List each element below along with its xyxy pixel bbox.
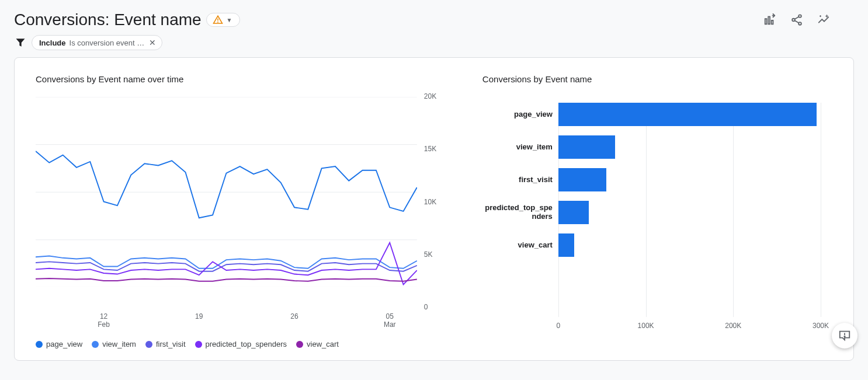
feedback-button[interactable] bbox=[832, 323, 857, 348]
bar-row-page_view[interactable]: page_view bbox=[558, 103, 821, 126]
svg-rect-4 bbox=[772, 20, 773, 24]
line-chart-panel: Conversions by Event name over time 20K1… bbox=[36, 74, 447, 346]
legend-label: first_visit bbox=[156, 340, 186, 348]
x-tick: 19 bbox=[195, 312, 203, 320]
bar-label: page_view bbox=[485, 110, 558, 119]
bar-x-tick: 200K bbox=[725, 322, 741, 330]
filter-chip-text: Is conversion event … bbox=[70, 39, 145, 47]
line-chart-svg bbox=[36, 97, 417, 287]
legend-label: predicted_top_spenders bbox=[206, 340, 287, 348]
warning-triangle-icon bbox=[213, 15, 223, 25]
svg-rect-2 bbox=[765, 19, 767, 24]
bar-rect bbox=[558, 135, 615, 159]
svg-line-9 bbox=[795, 20, 799, 23]
series-view_item bbox=[36, 256, 417, 269]
line-chart-y-axis: 20K15K10K5K0 bbox=[419, 92, 447, 311]
svg-point-1 bbox=[217, 22, 218, 23]
bar-row-first_visit[interactable]: first_visit bbox=[558, 168, 821, 191]
y-tick: 5K bbox=[424, 250, 447, 259]
bar-rect bbox=[558, 168, 606, 191]
legend-item-predicted_top_spenders[interactable]: predicted_top_spenders bbox=[195, 340, 287, 348]
x-tick: 26 bbox=[290, 312, 298, 320]
page-title: Conversions: Event name bbox=[14, 11, 202, 29]
customize-report-icon[interactable] bbox=[763, 13, 777, 27]
line-chart-title: Conversions by Event name over time bbox=[36, 74, 447, 84]
y-tick: 10K bbox=[424, 198, 447, 206]
chevron-down-icon: ▼ bbox=[227, 17, 232, 23]
bar-chart-x-axis: 0100K200K300K bbox=[558, 322, 821, 331]
page: Conversions: Event name ▼ Include Is c bbox=[0, 0, 868, 380]
legend-dot-icon bbox=[36, 341, 43, 348]
bar-x-tick: 300K bbox=[813, 322, 829, 330]
legend-dot-icon bbox=[296, 341, 303, 348]
legend-dot-icon bbox=[195, 341, 202, 348]
page-header: Conversions: Event name ▼ bbox=[0, 0, 868, 33]
x-tick: 05Mar bbox=[384, 312, 396, 329]
line-chart[interactable]: 20K15K10K5K0 12Feb192605Mar page_viewvie… bbox=[36, 97, 447, 346]
bar-row-view_cart[interactable]: view_cart bbox=[558, 233, 821, 257]
bar-chart-panel: Conversions by Event name page_viewview_… bbox=[482, 74, 832, 346]
share-icon[interactable] bbox=[790, 13, 804, 27]
line-chart-legend: page_viewview_itemfirst_visitpredicted_t… bbox=[36, 340, 447, 348]
y-tick: 0 bbox=[424, 303, 447, 311]
legend-item-view_item[interactable]: view_item bbox=[92, 340, 136, 348]
legend-label: page_view bbox=[46, 340, 82, 348]
bar-label: view_cart bbox=[485, 241, 558, 250]
bar-chart[interactable]: page_viewview_itemfirst_visitpredicted_t… bbox=[482, 97, 832, 346]
thresholding-warning-dropdown[interactable]: ▼ bbox=[206, 13, 240, 27]
filter-chip-include[interactable]: Include Is conversion event … ✕ bbox=[32, 35, 162, 50]
bar-label: predicted_top_spenders bbox=[485, 204, 558, 221]
legend-item-view_cart[interactable]: view_cart bbox=[296, 340, 339, 348]
legend-label: view_cart bbox=[307, 340, 339, 348]
bar-label: view_item bbox=[485, 143, 558, 152]
x-tick: 12Feb bbox=[98, 312, 110, 329]
bar-x-tick: 100K bbox=[638, 322, 654, 330]
legend-dot-icon bbox=[92, 341, 99, 348]
legend-item-first_visit[interactable]: first_visit bbox=[145, 340, 186, 348]
bar-gridline bbox=[821, 103, 821, 317]
bar-rect bbox=[558, 201, 589, 224]
report-card: Conversions by Event name over time 20K1… bbox=[14, 57, 854, 361]
close-icon[interactable]: ✕ bbox=[148, 38, 157, 47]
header-actions bbox=[763, 13, 854, 27]
filter-chip-label: Include bbox=[39, 39, 66, 47]
bar-rect bbox=[558, 103, 817, 126]
bar-chart-title: Conversions by Event name bbox=[482, 74, 832, 84]
svg-line-8 bbox=[795, 17, 799, 19]
svg-point-16 bbox=[844, 336, 845, 337]
legend-item-page_view[interactable]: page_view bbox=[36, 340, 82, 348]
y-tick: 20K bbox=[424, 92, 447, 100]
legend-label: view_item bbox=[102, 340, 136, 348]
svg-point-7 bbox=[798, 22, 801, 25]
svg-point-5 bbox=[798, 15, 801, 18]
bar-x-tick: 0 bbox=[557, 322, 561, 330]
bar-chart-plot: page_viewview_itemfirst_visitpredicted_t… bbox=[558, 103, 821, 317]
filter-bar: Include Is conversion event … ✕ bbox=[0, 33, 868, 57]
series-page_view bbox=[36, 151, 417, 218]
insights-icon[interactable] bbox=[817, 13, 831, 27]
bar-row-predicted_top_spenders[interactable]: predicted_top_spenders bbox=[558, 201, 821, 224]
bar-row-view_item[interactable]: view_item bbox=[558, 135, 821, 159]
svg-point-6 bbox=[792, 19, 795, 22]
filter-icon[interactable] bbox=[14, 36, 27, 49]
svg-rect-3 bbox=[768, 17, 770, 25]
bar-label: first_visit bbox=[485, 176, 558, 184]
y-tick: 15K bbox=[424, 145, 447, 153]
line-chart-x-axis: 12Feb192605Mar bbox=[36, 312, 417, 329]
bar-rect bbox=[558, 233, 574, 257]
legend-dot-icon bbox=[145, 341, 152, 348]
series-view_cart bbox=[36, 278, 417, 281]
